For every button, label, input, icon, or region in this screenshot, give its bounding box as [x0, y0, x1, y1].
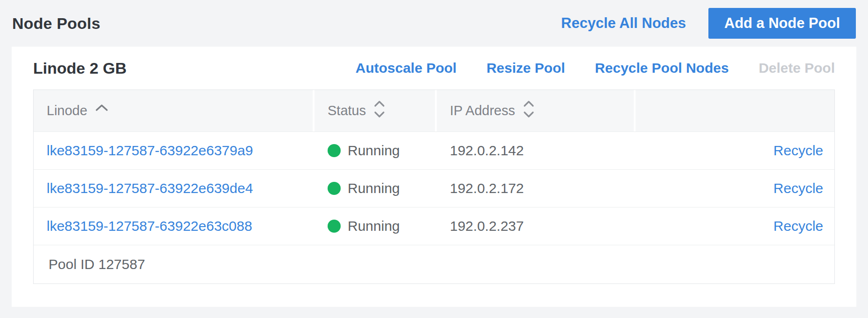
status-running-icon	[328, 220, 341, 233]
recycle-node-button[interactable]: Recycle	[773, 180, 823, 196]
node-name-cell: lke83159-127587-63922e63c088	[34, 218, 315, 234]
pool-actions: Autoscale Pool Resize Pool Recycle Pool …	[356, 60, 835, 76]
table-row: lke83159-127587-63922e63c088 Running 192…	[34, 207, 834, 245]
table-row: lke83159-127587-63922e639de4 Running 192…	[34, 169, 834, 207]
node-pool-card: Linode 2 GB Autoscale Pool Resize Pool R…	[12, 47, 856, 307]
node-ip-cell: 192.0.2.172	[437, 180, 636, 196]
node-name-cell: lke83159-127587-63922e639de4	[34, 180, 315, 196]
sort-up-down-icon	[523, 99, 535, 122]
node-name-cell: lke83159-127587-63922e6379a9	[34, 143, 315, 159]
page-header: Node Pools Recycle All Nodes Add a Node …	[0, 0, 868, 47]
node-link[interactable]: lke83159-127587-63922e639de4	[47, 180, 253, 196]
pool-title: Linode 2 GB	[33, 59, 126, 77]
node-ip-cell: 192.0.2.142	[437, 143, 636, 159]
column-header-linode[interactable]: Linode	[34, 90, 313, 131]
recycle-pool-nodes-button[interactable]: Recycle Pool Nodes	[595, 60, 729, 76]
recycle-all-nodes-button[interactable]: Recycle All Nodes	[561, 15, 686, 32]
autoscale-pool-button[interactable]: Autoscale Pool	[356, 60, 457, 76]
pool-id-row: Pool ID 127587	[34, 245, 834, 283]
node-ip-cell: 192.0.2.237	[437, 218, 636, 234]
status-label: Running	[348, 143, 400, 159]
column-header-actions	[636, 90, 834, 131]
node-status-cell: Running	[315, 180, 437, 196]
node-link[interactable]: lke83159-127587-63922e63c088	[47, 218, 252, 234]
column-header-ip-address-label: IP Address	[450, 103, 515, 118]
table-row: lke83159-127587-63922e6379a9 Running 192…	[34, 131, 834, 169]
page-header-actions: Recycle All Nodes Add a Node Pool	[561, 8, 856, 39]
column-header-linode-label: Linode	[47, 103, 87, 118]
node-link[interactable]: lke83159-127587-63922e6379a9	[47, 143, 253, 158]
node-actions-cell: Recycle	[636, 180, 834, 196]
sort-ascending-icon	[95, 100, 109, 115]
sort-up-down-icon	[373, 99, 385, 122]
status-running-icon	[328, 182, 341, 195]
column-header-status[interactable]: Status	[315, 90, 435, 131]
table-header-row: Linode Status IP Address	[34, 90, 834, 131]
node-pool-table: Linode Status IP Address	[33, 90, 835, 284]
node-actions-cell: Recycle	[636, 143, 834, 159]
pool-header: Linode 2 GB Autoscale Pool Resize Pool R…	[33, 47, 835, 90]
recycle-node-button[interactable]: Recycle	[773, 218, 823, 234]
column-header-ip-address[interactable]: IP Address	[437, 90, 634, 131]
status-running-icon	[328, 144, 341, 157]
page-title: Node Pools	[12, 14, 100, 33]
recycle-node-button[interactable]: Recycle	[773, 143, 823, 159]
delete-pool-button: Delete Pool	[759, 60, 835, 76]
pool-id-label: Pool ID 127587	[49, 256, 145, 272]
status-label: Running	[348, 180, 400, 196]
status-label: Running	[348, 218, 400, 234]
node-pools-page: Node Pools Recycle All Nodes Add a Node …	[0, 0, 868, 307]
add-node-pool-button[interactable]: Add a Node Pool	[708, 8, 856, 39]
column-header-status-label: Status	[328, 103, 366, 118]
node-actions-cell: Recycle	[636, 218, 834, 234]
node-status-cell: Running	[315, 218, 437, 234]
node-status-cell: Running	[315, 143, 437, 159]
resize-pool-button[interactable]: Resize Pool	[486, 60, 565, 76]
